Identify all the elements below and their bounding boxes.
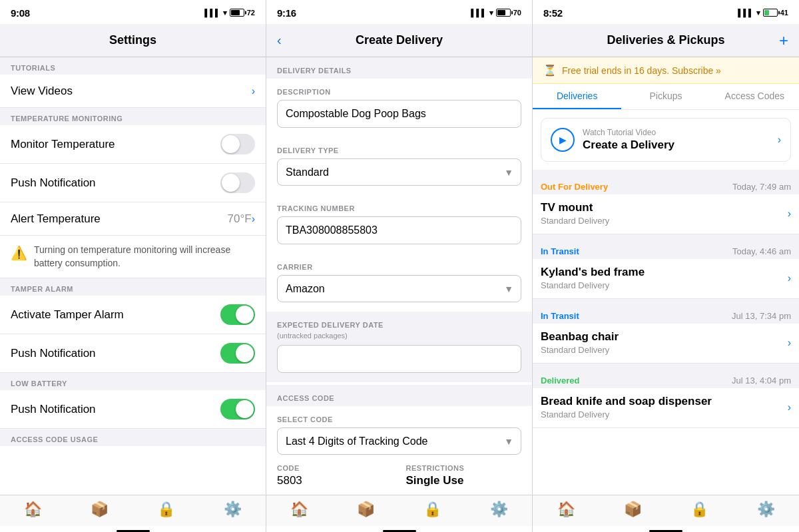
back-button-delivery[interactable]: ‹ (277, 33, 282, 48)
restrictions-label: RESTRICTIONS (406, 464, 522, 472)
delivery-name-2: Kyland's bed frame (541, 266, 788, 279)
nav-lock-3[interactable]: 🔒 (684, 501, 714, 518)
trial-banner[interactable]: ⏳ Free trial ends in 16 days. Subscribe … (533, 57, 799, 84)
package-icon-3: 📦 (624, 501, 642, 518)
signal-icon-3: ▌▌▌ (738, 9, 753, 17)
bottom-nav-deliveries: 🏠 📦 🔒 ⚙️ (533, 495, 799, 526)
row-alert-temp[interactable]: Alert Temperature 70°F › (0, 202, 266, 236)
delivery-item-2[interactable]: Kyland's bed frame Standard Delivery › (533, 259, 799, 299)
status-icons-1: ▌▌▌ ▾ 72 (204, 9, 255, 17)
carrier-wrapper: Amazon UPS FedEx USPS ▼ (277, 275, 521, 302)
code-label: CODE (277, 464, 393, 472)
delivery-header-2: In Transit Today, 4:46 am (533, 241, 799, 259)
toggle-activate-tamper[interactable] (220, 304, 255, 325)
row-view-videos[interactable]: View Videos › (0, 75, 266, 108)
expected-date-input[interactable] (277, 345, 521, 373)
status-icons-3: ▌▌▌ ▾ 41 (738, 9, 788, 17)
delivery-type-2: Standard Delivery (541, 280, 788, 290)
warning-icon: ⚠️ (11, 245, 27, 261)
spacer-1 (533, 170, 799, 176)
nav-home-2[interactable]: 🏠 (285, 501, 314, 518)
tab-pickups[interactable]: Pickups (621, 84, 710, 109)
delivery-name-4: Bread knife and soap dispenser (541, 395, 788, 408)
description-input[interactable] (277, 100, 521, 128)
settings-icon-2: ⚙️ (490, 501, 508, 518)
nav-lock-2[interactable]: 🔒 (417, 501, 447, 518)
select-code-label: SELECT CODE (277, 406, 521, 423)
row-push-notif-tamper[interactable]: Push Notification (0, 334, 266, 373)
alert-temp-label: Alert Temperature (11, 212, 101, 226)
settings-icon-3: ⚙️ (757, 501, 775, 518)
battery-icon-2 (496, 9, 511, 17)
toggle-push-notif-temp[interactable] (220, 172, 255, 193)
toggle-push-notif-tamper[interactable] (220, 343, 255, 364)
create-delivery-title: Create Delivery (356, 33, 443, 47)
nav-settings-1[interactable]: ⚙️ (218, 501, 247, 518)
row-monitor-temp[interactable]: Monitor Temperature (0, 125, 266, 164)
delivery-item-1[interactable]: TV mount Standard Delivery › (533, 194, 799, 234)
delivery-type-wrapper: Standard Priority Express ▼ (277, 158, 521, 186)
tab-deliveries[interactable]: Deliveries (533, 84, 621, 109)
nav-package-1[interactable]: 📦 (85, 501, 115, 518)
warning-box-temp: ⚠️ Turning on temperature monitoring wil… (0, 236, 266, 278)
nav-settings-3[interactable]: ⚙️ (751, 501, 780, 518)
lock-icon-3: 🔒 (690, 501, 708, 518)
nav-home-1[interactable]: 🏠 (19, 501, 48, 518)
nav-settings-2[interactable]: ⚙️ (484, 501, 513, 518)
toggle-push-notif-battery[interactable] (220, 399, 255, 419)
nav-lock-1[interactable]: 🔒 (151, 501, 180, 518)
status-time-3: 8:52 (543, 7, 563, 19)
toggle-monitor-temp[interactable] (220, 134, 255, 154)
play-icon: ▶ (551, 128, 575, 152)
create-delivery-scroll[interactable]: DELIVERY DETAILS DESCRIPTION DELIVERY TY… (266, 57, 532, 495)
delivery-item-4[interactable]: Bread knife and soap dispenser Standard … (533, 388, 799, 428)
section-tamper: TAMPER ALARM (0, 278, 266, 296)
delivery-header-3: In Transit Jul 13, 7:34 pm (533, 306, 799, 324)
status-time-1: 9:08 (11, 7, 30, 19)
battery-text-3: 41 (780, 9, 788, 17)
code-value: 5803 (277, 474, 393, 487)
delivery-type-3: Standard Delivery (541, 345, 788, 355)
section-access-code: ACCESS CODE USAGE (0, 429, 266, 446)
delivery-type-select[interactable]: Standard Priority Express (277, 158, 521, 186)
chevron-item-1: › (788, 208, 791, 220)
deliveries-scroll[interactable]: ▶ Watch Tutorial Video Create a Delivery… (533, 110, 799, 495)
chevron-alert-temp: › (252, 213, 255, 225)
status-time-2: 9:16 (277, 7, 296, 19)
status-2: In Transit (541, 246, 579, 256)
delivery-type-1: Standard Delivery (541, 216, 788, 226)
delivery-name-3: Beanbag chair (541, 330, 788, 344)
alert-temp-value: 70°F (228, 212, 252, 226)
carrier-select[interactable]: Amazon UPS FedEx USPS (277, 275, 521, 302)
restrictions-value: Single Use (406, 474, 522, 487)
delivery-info-2: Kyland's bed frame Standard Delivery (541, 266, 788, 290)
tracking-input[interactable] (277, 216, 521, 244)
select-code-select[interactable]: Last 4 Digits of Tracking Code Custom Co… (277, 427, 521, 455)
wifi-icon-3: ▾ (756, 9, 760, 17)
battery-icon-3 (763, 9, 778, 17)
tutorial-card[interactable]: ▶ Watch Tutorial Video Create a Delivery… (541, 118, 791, 162)
tab-access-codes[interactable]: Access Codes (710, 84, 799, 109)
add-delivery-button[interactable]: + (779, 31, 788, 50)
access-code-form: SELECT CODE Last 4 Digits of Tracking Co… (266, 406, 532, 495)
tutorial-sub: Watch Tutorial Video (583, 128, 770, 137)
nav-package-2[interactable]: 📦 (352, 501, 381, 518)
delivery-header-4: Delivered Jul 13, 4:04 pm (533, 370, 799, 388)
battery-icon-1 (230, 9, 244, 17)
phone-create-delivery: 9:16 ▌▌▌ ▾ 70 ‹ Create Delivery DELIVERY… (266, 0, 533, 532)
chevron-tutorial: › (778, 134, 781, 146)
settings-scroll[interactable]: TUTORIALS View Videos › TEMPERATURE MONI… (0, 57, 266, 495)
nav-home-3[interactable]: 🏠 (551, 501, 581, 518)
package-icon-2: 📦 (357, 501, 375, 518)
status-3: In Transit (541, 311, 579, 321)
phone-settings: 9:08 ▌▌▌ ▾ 72 Settings TUTORIALS View Vi… (0, 0, 266, 532)
row-activate-tamper[interactable]: Activate Tamper Alarm (0, 296, 266, 334)
delivery-item-3[interactable]: Beanbag chair Standard Delivery › (533, 324, 799, 364)
nav-package-3[interactable]: 📦 (618, 501, 647, 518)
expected-date-sublabel: (untracked packages) (277, 332, 348, 340)
row-push-notif-battery[interactable]: Push Notification (0, 390, 266, 429)
time-3: Jul 13, 7:34 pm (732, 311, 791, 321)
status-bar-3: 8:52 ▌▌▌ ▾ 41 (533, 0, 799, 24)
spacer-2 (533, 234, 799, 241)
row-push-notif-temp[interactable]: Push Notification (0, 164, 266, 202)
